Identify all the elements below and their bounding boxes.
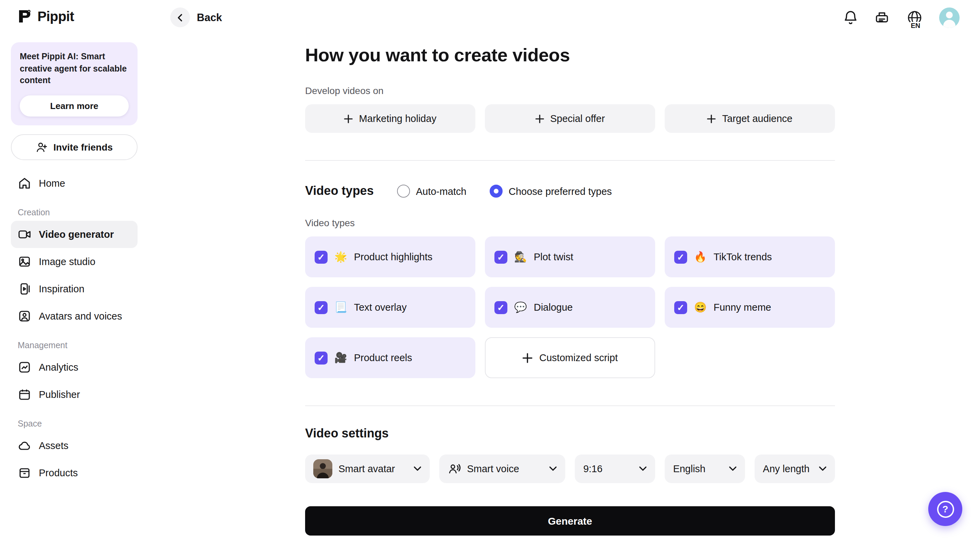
sidebar-item-label: Analytics — [39, 361, 78, 372]
chevron-down-icon — [639, 466, 648, 471]
type-emoji: 🌟 — [334, 251, 347, 263]
video-camera-icon — [18, 227, 31, 241]
type-emoji: 🕵️ — [514, 251, 527, 263]
type-label: Plot twist — [534, 251, 573, 262]
option-label: Target audience — [722, 113, 792, 124]
sidebar-item-inspiration[interactable]: Inspiration — [11, 275, 138, 302]
learn-more-button[interactable]: Learn more — [20, 95, 129, 116]
generate-button[interactable]: Generate — [305, 506, 835, 536]
type-label: Text overlay — [354, 302, 407, 313]
type-label: Product highlights — [354, 251, 433, 262]
sidebar-item-assets[interactable]: Assets — [11, 432, 138, 459]
type-card-product-reels[interactable]: ✓ 🎥 Product reels — [305, 337, 476, 378]
checkbox-checked-icon[interactable]: ✓ — [495, 251, 508, 263]
type-emoji: 📃 — [334, 301, 347, 313]
section-label-space: Space — [18, 419, 138, 428]
radio-choose-preferred[interactable]: Choose preferred types — [490, 185, 612, 198]
question-mark-icon: ? — [937, 501, 954, 517]
sidebar-item-products[interactable]: Products — [11, 459, 138, 486]
sidebar-item-label: Video generator — [39, 228, 114, 239]
customized-script-button[interactable]: Customized script — [485, 337, 655, 378]
type-card-product-highlights[interactable]: ✓ 🌟 Product highlights — [305, 236, 476, 277]
radio-unselected-icon — [397, 185, 410, 198]
checkbox-checked-icon[interactable]: ✓ — [674, 251, 687, 263]
section-label-management: Management — [18, 340, 138, 350]
checkbox-checked-icon[interactable]: ✓ — [495, 301, 508, 314]
divider — [305, 405, 835, 406]
video-settings-row: Smart avatar Smart voice 9:16 English — [305, 455, 835, 483]
type-label: Funny meme — [713, 302, 771, 313]
inspiration-icon — [18, 282, 31, 295]
invite-person-icon — [36, 141, 48, 153]
back-button[interactable]: Back — [170, 8, 222, 27]
user-avatar[interactable] — [939, 8, 959, 28]
invite-friends-button[interactable]: Invite friends — [11, 134, 138, 160]
page-title: How you want to create videos — [305, 45, 835, 66]
avatar-frame-icon — [18, 309, 31, 322]
option-label: Special offer — [550, 113, 605, 124]
topbar: Pippit Back EN — [0, 0, 980, 35]
type-card-text-overlay[interactable]: ✓ 📃 Text overlay — [305, 287, 476, 328]
add-marketing-holiday-button[interactable]: Marketing holiday — [305, 104, 476, 133]
dropdown-value: English — [673, 463, 706, 474]
sidebar-item-image-studio[interactable]: Image studio — [11, 248, 138, 275]
type-card-dialogue[interactable]: ✓ 💬 Dialogue — [485, 287, 655, 328]
type-card-plot-twist[interactable]: ✓ 🕵️ Plot twist — [485, 236, 655, 277]
add-target-audience-button[interactable]: Target audience — [665, 104, 835, 133]
length-dropdown[interactable]: Any length — [754, 455, 835, 483]
sidebar-item-home[interactable]: Home — [11, 169, 138, 196]
checkbox-checked-icon[interactable]: ✓ — [315, 251, 328, 263]
chevron-down-icon — [413, 466, 421, 471]
pippit-logo[interactable]: Pippit — [16, 8, 74, 24]
chevron-down-icon — [819, 466, 827, 471]
dropdown-value: Smart avatar — [339, 463, 395, 474]
type-card-funny-meme[interactable]: ✓ 😄 Funny meme — [665, 287, 835, 328]
sidebar-item-label: Publisher — [39, 389, 80, 400]
divider — [305, 160, 835, 161]
sidebar-item-avatars-voices[interactable]: Avatars and voices — [11, 302, 138, 329]
type-emoji: 🎥 — [334, 351, 347, 364]
calendar-icon — [18, 387, 31, 401]
customized-script-label: Customized script — [539, 352, 618, 363]
type-card-tiktok-trends[interactable]: ✓ 🔥 TikTok trends — [665, 236, 835, 277]
language-code: EN — [910, 22, 921, 29]
type-emoji: 💬 — [514, 301, 527, 313]
chevron-down-icon — [729, 466, 737, 471]
video-types-radio-group: Auto-match Choose preferred types — [397, 185, 612, 198]
checkbox-checked-icon[interactable]: ✓ — [315, 301, 328, 314]
language-selector[interactable]: EN — [905, 7, 924, 29]
video-types-sublabel: Video types — [305, 217, 835, 228]
notifications-bell-icon[interactable] — [842, 10, 859, 26]
help-button[interactable]: ? — [928, 492, 962, 526]
plus-icon — [535, 114, 544, 123]
radio-selected-icon — [490, 185, 503, 198]
sidebar-item-video-generator[interactable]: Video generator — [11, 220, 138, 248]
add-special-offer-button[interactable]: Special offer — [485, 104, 655, 133]
video-settings-heading: Video settings — [305, 426, 835, 441]
sidebar-item-label: Assets — [39, 440, 68, 451]
chevron-down-icon — [549, 466, 557, 471]
video-types-header-row: Video types Auto-match Choose preferred … — [305, 184, 835, 198]
checkbox-checked-icon[interactable]: ✓ — [674, 301, 687, 314]
analytics-chart-icon — [18, 360, 31, 374]
sidebar-item-publisher[interactable]: Publisher — [11, 381, 138, 408]
smart-voice-dropdown[interactable]: Smart voice — [439, 455, 565, 483]
develop-videos-label: Develop videos on — [305, 85, 835, 96]
printer-queue-icon[interactable] — [874, 10, 890, 26]
topbar-actions: EN — [842, 0, 959, 35]
video-types-heading: Video types — [305, 184, 374, 198]
dropdown-value: 9:16 — [583, 463, 602, 474]
sidebar-item-analytics[interactable]: Analytics — [11, 353, 138, 381]
content-column: How you want to create videos Develop vi… — [305, 45, 835, 536]
sidebar-item-label: Products — [39, 467, 78, 478]
sidebar-nav: Home Creation Video generator Image stud… — [11, 169, 138, 486]
type-label: Product reels — [354, 352, 412, 363]
aspect-ratio-dropdown[interactable]: 9:16 — [575, 455, 655, 483]
dropdown-value: Any length — [763, 463, 810, 474]
checkbox-checked-icon[interactable]: ✓ — [315, 351, 328, 364]
smart-avatar-dropdown[interactable]: Smart avatar — [305, 455, 430, 483]
plus-icon — [522, 353, 533, 363]
chevron-left-icon — [170, 8, 190, 27]
language-dropdown[interactable]: English — [665, 455, 745, 483]
radio-auto-match[interactable]: Auto-match — [397, 185, 466, 198]
